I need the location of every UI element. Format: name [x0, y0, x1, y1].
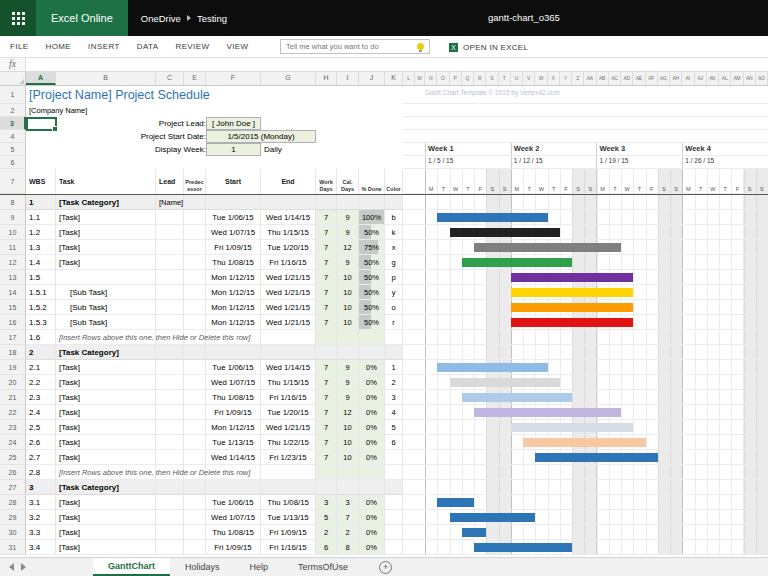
caldays-cell[interactable]: 10 [337, 420, 359, 435]
next-sheet-icon[interactable] [21, 563, 26, 571]
start-cell[interactable] [206, 345, 261, 360]
color-cell[interactable]: r [385, 315, 403, 330]
add-sheet-button[interactable]: + [379, 561, 392, 574]
pctdone-cell[interactable]: 0% [359, 525, 385, 540]
menu-file[interactable]: FILE [10, 42, 29, 51]
row-header-3[interactable]: 3 [0, 117, 26, 130]
color-cell[interactable]: g [385, 255, 403, 270]
wbs-cell[interactable]: 1.1 [26, 210, 56, 225]
color-cell[interactable] [385, 495, 403, 510]
row-header-13[interactable]: 13 [0, 270, 26, 285]
color-cell[interactable]: k [385, 225, 403, 240]
start-cell[interactable]: Fri 1/09/15 [206, 240, 261, 255]
pctdone-cell[interactable] [359, 330, 385, 345]
display-week-input[interactable]: 1 [206, 143, 261, 156]
caldays-cell[interactable]: 12 [337, 405, 359, 420]
workdays-cell[interactable]: 7 [316, 240, 337, 255]
caldays-cell[interactable]: 10 [337, 450, 359, 465]
tell-me-box[interactable]: Tell me what you want to do [280, 39, 430, 54]
end-cell[interactable] [261, 465, 316, 480]
row-header-5[interactable]: 5 [0, 143, 26, 156]
column-header-B[interactable]: B [56, 72, 156, 85]
row-header-31[interactable]: 31 [0, 540, 26, 555]
wbs-cell[interactable]: 3.4 [26, 540, 56, 555]
pctdone-cell[interactable]: 50% [359, 255, 385, 270]
gantt-row-area[interactable] [403, 195, 768, 210]
sheet-tab-holidays[interactable]: Holidays [170, 558, 235, 576]
gantt-bar-1.2[interactable] [450, 228, 560, 237]
start-date-input[interactable]: 1/5/2015 (Monday) [206, 130, 316, 143]
pctdone-cell[interactable]: 0% [359, 420, 385, 435]
caldays-cell[interactable]: 7 [337, 510, 359, 525]
caldays-cell[interactable]: 10 [337, 270, 359, 285]
open-in-excel-button[interactable]: X OPEN IN EXCEL [449, 36, 528, 58]
caldays-cell[interactable] [337, 330, 359, 345]
lead-cell[interactable] [156, 495, 184, 510]
row-header-16[interactable]: 16 [0, 315, 26, 330]
end-cell[interactable]: Wed 1/21/15 [261, 270, 316, 285]
wbs-cell[interactable]: 3.3 [26, 525, 56, 540]
column-header-K[interactable]: K [385, 72, 403, 85]
pred-cell[interactable] [184, 270, 206, 285]
wbs-cell[interactable]: 2 [26, 345, 56, 360]
wbs-cell[interactable]: 2.1 [26, 360, 56, 375]
workdays-cell[interactable]: 7 [316, 360, 337, 375]
gantt-bar-1.5.3[interactable] [511, 318, 634, 327]
pctdone-cell[interactable]: 100% [359, 210, 385, 225]
wbs-cell[interactable]: 1.5.1 [26, 285, 56, 300]
week-header-row[interactable]: Week 1Week 2Week 3Week 4 [403, 143, 768, 156]
display-week-mode[interactable]: Daily [261, 143, 316, 156]
column-header-X[interactable]: X [548, 72, 560, 85]
gantt-row-area[interactable] [403, 435, 768, 450]
color-cell[interactable] [385, 195, 403, 210]
row-header-21[interactable]: 21 [0, 390, 26, 405]
row-header-6[interactable]: 6 [0, 156, 26, 169]
lead-cell[interactable] [156, 255, 184, 270]
pred-cell[interactable] [184, 420, 206, 435]
lead-cell[interactable] [156, 405, 184, 420]
sheet-tab-ganttchart[interactable]: GanttChart [93, 558, 170, 576]
column-header-Q[interactable]: Q [462, 72, 474, 85]
row-header-11[interactable]: 11 [0, 240, 26, 255]
pred-cell[interactable] [184, 525, 206, 540]
start-cell[interactable]: Thu 1/08/15 [206, 255, 261, 270]
gantt-bar-1.3[interactable] [474, 243, 621, 252]
gantt-row-area[interactable] [403, 405, 768, 420]
task-cell[interactable]: [Task] [56, 525, 156, 540]
row-header-10[interactable]: 10 [0, 225, 26, 240]
wbs-cell[interactable]: 1 [26, 195, 56, 210]
column-header-L[interactable]: L [403, 72, 415, 85]
note-cell[interactable]: [Insert Rows above this one, then Hide o… [56, 330, 156, 345]
column-header-G[interactable]: G [261, 72, 316, 85]
wbs-cell[interactable]: 2.7 [26, 450, 56, 465]
empty-cell[interactable] [316, 143, 403, 156]
workdays-cell[interactable]: 7 [316, 270, 337, 285]
pctdone-cell[interactable]: 0% [359, 375, 385, 390]
color-cell[interactable] [385, 330, 403, 345]
workdays-cell[interactable]: 7 [316, 420, 337, 435]
pctdone-cell[interactable] [359, 465, 385, 480]
pctdone-cell[interactable]: 0% [359, 495, 385, 510]
row-header-26[interactable]: 26 [0, 465, 26, 480]
workdays-cell[interactable]: 7 [316, 390, 337, 405]
task-cell[interactable]: [Task] [56, 420, 156, 435]
column-header-AJ[interactable]: AJ [695, 72, 707, 85]
app-launcher-button[interactable] [0, 0, 36, 36]
pred-cell[interactable] [184, 480, 206, 495]
pctdone-cell[interactable]: 75% [359, 240, 385, 255]
column-header-AL[interactable]: AL [719, 72, 731, 85]
workdays-cell[interactable] [316, 465, 337, 480]
lead-cell[interactable] [156, 480, 184, 495]
menu-insert[interactable]: INSERT [88, 42, 120, 51]
caldays-cell[interactable]: 9 [337, 390, 359, 405]
row-header-12[interactable]: 12 [0, 255, 26, 270]
column-header-AN[interactable]: AN [744, 72, 756, 85]
caldays-cell[interactable] [337, 480, 359, 495]
caldays-cell[interactable]: 12 [337, 240, 359, 255]
start-cell[interactable]: Wed 1/07/15 [206, 225, 261, 240]
row-header-19[interactable]: 19 [0, 360, 26, 375]
task-cell[interactable]: [Task] [56, 435, 156, 450]
column-header-S[interactable]: S [486, 72, 498, 85]
wbs-cell[interactable]: 1.6 [26, 330, 56, 345]
wbs-cell[interactable]: 2.2 [26, 375, 56, 390]
